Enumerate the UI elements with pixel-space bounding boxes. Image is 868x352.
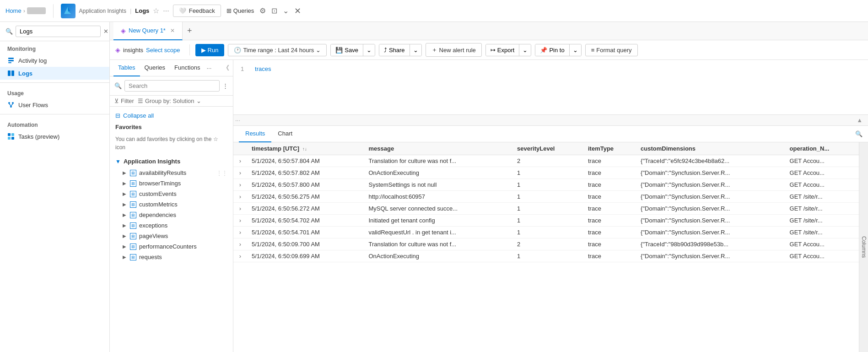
left-panel-tab-functions[interactable]: Functions	[170, 60, 205, 76]
sidebar-search-clear-icon[interactable]: ✕	[103, 28, 108, 35]
group-by-button[interactable]: ☰ Group by: Solution ⌄	[138, 97, 201, 104]
cell-itemtype-1: trace	[583, 167, 636, 179]
row-expand-7[interactable]: ›	[233, 238, 247, 250]
table-item-pageViews[interactable]: ▶ ⊞ pageViews	[110, 231, 233, 241]
save-button[interactable]: 💾 Save	[331, 44, 363, 56]
table-name: requests	[139, 254, 162, 260]
tasks-label: Tasks (preview)	[18, 133, 59, 140]
row-expand-4[interactable]: ›	[233, 203, 247, 215]
col-header-timestamp[interactable]: timestamp [UTC] ↑↓	[247, 142, 364, 155]
search-input[interactable]	[124, 80, 220, 92]
table-item-requests[interactable]: ▶ ⊞ requests	[110, 252, 233, 262]
tab-new-query-1[interactable]: ◈ New Query 1* ✕	[113, 22, 183, 40]
query-editor[interactable]: 1 traces	[233, 60, 868, 115]
collapse-all-button[interactable]: ⊟ Collapse all	[110, 110, 233, 121]
table-row[interactable]: › 5/1/2024, 6:50:09.700 AM Translation f…	[233, 238, 859, 250]
sidebar-item-user-flows[interactable]: User Flows	[0, 98, 109, 111]
left-panel-tab-tables[interactable]: Tables	[113, 60, 140, 76]
table-item-customEvents[interactable]: ▶ ⊞ customEvents	[110, 189, 233, 199]
layout-icon[interactable]: ⊡	[271, 6, 277, 15]
left-panel-content: ⊟ Collapse all Favorites You can add fav…	[110, 107, 233, 352]
col-header-message[interactable]: message	[364, 142, 512, 155]
table-row[interactable]: › 5/1/2024, 6:50:56.272 AM MySQL server …	[233, 203, 859, 215]
svg-rect-13	[11, 137, 14, 140]
export-button[interactable]: ↦ Export	[486, 44, 520, 56]
left-panel-tab-queries[interactable]: Queries	[140, 60, 170, 76]
settings-icon[interactable]: ⚙	[259, 6, 266, 15]
col-header-operation-n[interactable]: operation_N...	[785, 142, 859, 155]
share-button[interactable]: ⤴ Share	[379, 44, 410, 56]
new-alert-button[interactable]: ＋ New alert rule	[426, 43, 482, 57]
row-expand-5[interactable]: ›	[233, 215, 247, 227]
results-search-icon[interactable]: 🔍	[855, 130, 863, 137]
export-dropdown-button[interactable]: ⌄	[519, 44, 531, 56]
sidebar: 🔍 ✕ 《 Monitoring Activity log Logs Usage…	[0, 22, 110, 352]
table-item-customMetrics[interactable]: ▶ ⊞ customMetrics	[110, 199, 233, 210]
queries-button[interactable]: ⊞ Queries	[226, 7, 254, 14]
share-dropdown-button[interactable]: ⌄	[410, 44, 421, 56]
pin-dropdown-button[interactable]: ⌄	[570, 44, 581, 56]
breadcrumb-home[interactable]: Home	[5, 7, 22, 14]
sidebar-item-activity-log[interactable]: Activity log	[0, 54, 109, 67]
left-panel-collapse-icon[interactable]: 《	[223, 64, 229, 72]
columns-sidebar[interactable]: Columns	[859, 142, 868, 352]
results-tab-chart[interactable]: Chart	[271, 126, 299, 142]
collapse-results-icon[interactable]: ▲	[857, 117, 863, 124]
col-header-severitylevel[interactable]: severityLevel	[512, 142, 583, 155]
table-row[interactable]: › 5/1/2024, 6:50:57.800 AM SystemSetting…	[233, 179, 859, 191]
col-header-itemtype[interactable]: itemType	[583, 142, 636, 155]
close-icon[interactable]: ✕	[294, 6, 301, 16]
table-row[interactable]: › 5/1/2024, 6:50:57.802 AM OnActionExecu…	[233, 167, 859, 179]
filter-button[interactable]: ⊻ Filter	[114, 97, 134, 104]
table-item-performanceCounters[interactable]: ▶ ⊞ performanceCounters	[110, 241, 233, 252]
clock-icon: 🕐	[234, 47, 241, 54]
tab-add-button[interactable]: +	[183, 26, 197, 36]
cell-operation-n-0: GET Accou...	[785, 155, 859, 167]
table-row[interactable]: › 5/1/2024, 6:50:54.701 AM validRequestU…	[233, 227, 859, 238]
save-dropdown-button[interactable]: ⌄	[363, 44, 375, 56]
svg-rect-3	[8, 70, 11, 76]
table-row[interactable]: › 5/1/2024, 6:50:56.275 AM http://localh…	[233, 191, 859, 203]
results-tab-results[interactable]: Results	[239, 126, 271, 142]
table-name: exceptions	[139, 222, 167, 229]
table-row[interactable]: › 5/1/2024, 6:50:57.804 AM Translation f…	[233, 155, 859, 167]
table-item-browserTimings[interactable]: ▶ ⊞ browserTimings	[110, 178, 233, 189]
row-expand-3[interactable]: ›	[233, 191, 247, 203]
sidebar-item-tasks[interactable]: Tasks (preview)	[0, 130, 109, 143]
sidebar-section-usage: Usage	[0, 86, 109, 98]
table-row[interactable]: › 5/1/2024, 6:50:09.699 AM OnActionExecu…	[233, 250, 859, 262]
select-scope-button[interactable]: Select scope	[146, 47, 180, 54]
tab-close-icon[interactable]: ✕	[170, 27, 175, 34]
time-range-button[interactable]: 🕐 Time range : Last 24 hours ⌄	[228, 44, 327, 56]
table-item-availabilityResults[interactable]: ▶ ⊞ availabilityResults ⋮⋮	[110, 168, 233, 178]
table-item-exceptions[interactable]: ▶ ⊞ exceptions	[110, 220, 233, 231]
more-options-icon[interactable]: ···	[163, 7, 169, 15]
row-expand-1[interactable]: ›	[233, 167, 247, 179]
logs-label: Logs	[18, 70, 32, 77]
run-button[interactable]: ▶ Run	[195, 44, 225, 56]
left-panel: Tables Queries Functions ··· 《 🔍 ⋮	[110, 60, 233, 352]
app-insights-collapse-icon[interactable]: ▼	[115, 158, 121, 165]
col-header-customdimensions[interactable]: customDimensions	[636, 142, 785, 155]
format-query-button[interactable]: ≡ Format query	[585, 44, 638, 56]
query-results-divider: ··· ▲	[233, 115, 868, 126]
table-item-dependencies[interactable]: ▶ ⊞ dependencies	[110, 210, 233, 220]
results-table-wrapper[interactable]: timestamp [UTC] ↑↓ message severityLevel…	[233, 142, 859, 352]
row-expand-6[interactable]: ›	[233, 227, 247, 238]
expand-icon[interactable]: ⌄	[283, 6, 289, 15]
table-name: customMetrics	[139, 201, 178, 208]
sidebar-item-logs[interactable]: Logs	[0, 67, 109, 80]
row-expand-0[interactable]: ›	[233, 155, 247, 167]
sidebar-search-input[interactable]	[16, 26, 101, 37]
pin-button[interactable]: 📌 Pin to	[535, 44, 569, 56]
favorite-star-icon[interactable]: ☆	[153, 6, 159, 15]
search-more-icon[interactable]: ⋮	[222, 82, 228, 89]
cell-message-1: OnActionExecuting	[364, 167, 512, 179]
table-row[interactable]: › 5/1/2024, 6:50:54.702 AM Initiated get…	[233, 215, 859, 227]
row-expand-2[interactable]: ›	[233, 179, 247, 191]
breadcrumb-resource[interactable]: blurred	[27, 7, 45, 14]
feedback-button[interactable]: 🤍 Feedback	[173, 5, 221, 17]
row-expand-8[interactable]: ›	[233, 250, 247, 262]
save-chevron-icon: ⌄	[367, 47, 372, 54]
left-panel-tabs-more-icon[interactable]: ···	[206, 65, 211, 71]
